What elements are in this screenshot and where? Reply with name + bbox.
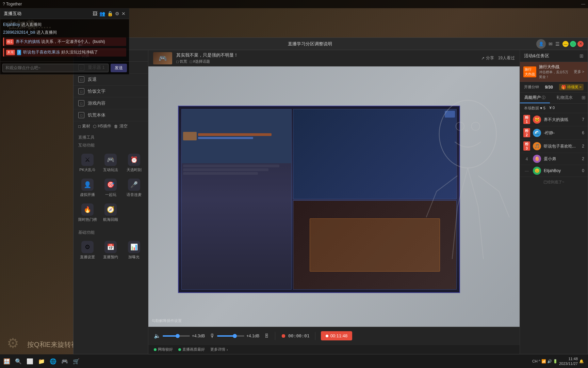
maximize-button[interactable]: □ [570,41,576,47]
mic-slider[interactable] [217,335,244,337]
tab-gift-flow[interactable]: 礼物流水 [550,93,580,103]
user-avatar-3: 🎵 [533,142,541,150]
virtual-icon: 👤 [81,179,94,191]
user-score-3: 2 [579,144,584,149]
browser-icon[interactable]: 🌐 [48,356,59,367]
close-button[interactable]: ✕ [577,41,584,47]
username-4: 蛋小弟 [544,156,576,162]
sidebar-item-text[interactable]: □ 恰饭文字 [74,86,148,97]
choice-tag[interactable]: □ #选择话题 [190,59,210,64]
search-button[interactable]: 🔍 [13,356,24,367]
clear-btn[interactable]: 🗑 清空 [114,123,128,129]
share-button[interactable]: ↗ 分享 [481,55,494,61]
user-avatar-1: 🐱 [533,116,541,124]
panel-stats: 本场数据 ♥ 5 ¥ 0 [520,104,588,113]
volume-slider[interactable] [163,335,190,337]
sidebar-item-jh[interactable]: □ 饥荒本体 [74,109,148,121]
tool-nav[interactable]: 🧭 航海回顾 [99,201,122,225]
rank-badge-1: 粉1 [523,115,530,124]
chat-title: 直播互动 [4,11,21,17]
voice-label: 语音连麦 [127,192,142,197]
tray-sound[interactable]: 🔊 [547,359,552,364]
nav-icon: 🧭 [104,203,117,216]
mixer-icon[interactable]: 🎚 [264,333,270,339]
chat-icon-2[interactable]: 👥 [99,11,105,16]
task-view-button[interactable]: ⬜ [24,356,35,367]
chat-input[interactable] [2,64,109,72]
tool-play-together[interactable]: 🎯 一起玩 [99,176,122,200]
screen-list-item-1 [183,165,279,167]
tool-pk[interactable]: ⚔ PK大乱斗 [76,151,99,175]
user-rank-1: 粉1 [523,115,530,124]
chat-icon-1[interactable]: 🖼 [93,11,97,16]
minimize-icon[interactable]: — [581,2,585,6]
mission-claim[interactable]: 🎁 待领奖 > [559,84,584,90]
screen-info [198,133,290,139]
tool-timer[interactable]: ⏰ 天选时刻 [123,151,145,175]
minimize-button[interactable]: — [562,41,569,47]
file-explorer-icon[interactable]: 📁 [36,356,47,367]
mic-slider-thumb [233,334,237,338]
more-details[interactable]: 更多详情 › [210,347,228,352]
h5-icon: ⬡ [93,124,96,129]
notification-icon[interactable]: 🔔 [579,359,584,364]
sidebar-tools-row: □ 素材 ⬡ H5插件 🗑 清空 [74,121,148,131]
taskbar-top: ? Together — [0,0,588,8]
live-button[interactable]: 00:11:48 [321,331,353,340]
svg-point-2 [471,122,479,131]
tab-high-energy-label: 高能用户 [524,95,541,100]
game-tag-icon: □ [176,60,179,64]
chat-msg-3: 粉1 养不大的孩纸 说关系，不一定凑齐6个人。(bushi) [3,37,126,46]
game-icon-taskbar[interactable]: 🎮 [59,356,70,367]
jh-icon: □ [78,112,84,118]
panel-expand-icon[interactable]: ⊞ [579,53,584,59]
tab-high-energy[interactable]: 高能用户 ⓘ [520,93,550,103]
network-label: 网络较好 [158,347,173,352]
tool-interactive[interactable]: 🎮 互动玩法 [99,151,122,175]
chat-icon-3[interactable]: 🔒 [107,11,113,16]
store-icon[interactable]: 🛒 [71,356,82,367]
clear-label: 清空 [119,123,128,129]
chat-close-icon[interactable]: ✕ [121,11,126,16]
character-sketch [416,79,520,314]
activity-more[interactable]: 更多 > [574,69,584,74]
basic-settings[interactable]: ⚙ 直播设置 [76,238,99,262]
enhance-label: 加曝光 [128,255,140,260]
tray-network[interactable]: 📶 [541,359,546,364]
basic-enhance[interactable]: 📊 加曝光 [123,238,145,262]
screen-bar-2 [198,137,253,139]
tool-virtual[interactable]: 👤 虚拟开播 [76,176,99,200]
h5-btn[interactable]: ⬡ H5插件 [93,123,111,129]
start-button[interactable]: 🪟 [1,356,12,367]
activity-title: 活动&任务区 [524,53,549,59]
viewer-label: 19人看过 [498,55,515,61]
right-panel: 活动&任务区 ⊞ 旅行大作战 旅行大作战 冲击榜单，瓜分5万奖金！ 更多 > 开… [520,50,588,354]
mail-icon[interactable]: ✉ [549,41,553,47]
volume-icon[interactable]: 🔈 [154,333,161,339]
reached-bottom: 已经到底了~ [520,177,588,187]
tool-voice[interactable]: 🎤 语音连麦 [123,176,145,200]
share-icon: ↗ [481,56,485,61]
menu-icon[interactable]: ☰ [555,41,560,47]
tab-info-icon: ⓘ [542,95,545,99]
game-tag[interactable]: □ 饥荒 [176,59,187,64]
tools-btn[interactable]: □ 素材 [78,123,90,129]
jh-label: 饥荒本体 [88,112,105,118]
tool-hot[interactable]: 🔥 限时热门榜 [76,201,99,225]
screen-header [182,109,291,163]
tray-lang[interactable]: CH [532,359,538,363]
volume-group: 🔈 +4.3dB [154,333,206,339]
mic-icon[interactable]: 🎙 [210,333,215,339]
basic-tools-grid: ⚙ 直播设置 📅 直播预约 📊 加曝光 [74,237,148,264]
basic-schedule[interactable]: 📅 直播预约 [99,238,122,262]
sidebar-item-game[interactable]: □ 游戏内容 [74,97,148,109]
live-dot [326,335,328,337]
chat-header-icons: 🖼 👥 🔒 ⚙ ✕ [93,11,126,16]
panel-list-expand[interactable]: ⊞ [579,93,588,103]
chat-icon-4[interactable]: ⚙ [115,11,119,16]
status-bar: 网络较好 直播画质最好 更多详情 › [148,344,520,354]
chat-send-button[interactable]: 发送 [111,64,127,72]
tools-icon: □ [78,124,81,129]
chat-header: 直播互动 🖼 👥 🔒 ⚙ ✕ [0,9,129,19]
sidebar-item-retake[interactable]: □ 反退 [74,74,148,86]
